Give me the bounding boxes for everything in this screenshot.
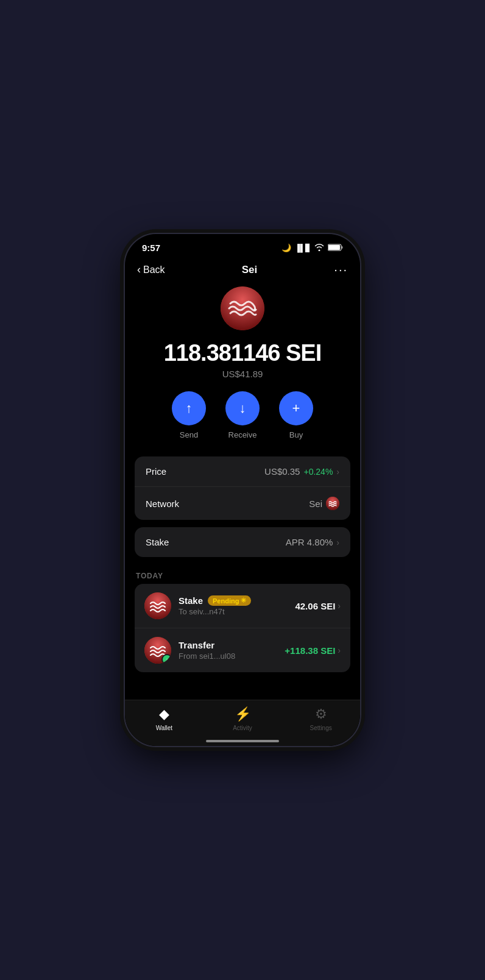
network-value-group: Sei: [309, 497, 339, 510]
nav-label-settings: Settings: [310, 725, 332, 731]
tx-amount-stake: 42.06 SEI ›: [295, 601, 341, 611]
network-icon: [326, 497, 339, 510]
stake-card: Stake APR 4.80% ›: [135, 527, 350, 557]
network-label: Network: [146, 499, 179, 509]
tx-icon-stake: [144, 592, 171, 619]
receive-label: Receive: [228, 430, 257, 439]
moon-icon: 🌙: [281, 243, 291, 252]
send-label: Send: [180, 430, 198, 439]
price-label: Price: [146, 466, 166, 477]
svg-point-4: [326, 497, 339, 510]
tx-title-transfer: Transfer: [179, 640, 285, 650]
tx-subtitle-stake: To seiv...n47t: [179, 607, 295, 616]
buy-button[interactable]: + Buy: [279, 391, 313, 439]
network-row[interactable]: Network Sei: [135, 487, 350, 520]
transaction-row[interactable]: ↓ Transfer From sei1...ul08 +118.38 SEI …: [135, 628, 350, 672]
balance-amount: 118.381146 SEI: [125, 340, 360, 366]
activity-icon: ⚡: [235, 706, 251, 722]
page-title: Sei: [242, 264, 258, 276]
token-logo-container: [125, 286, 360, 330]
tx-icon-transfer: ↓: [144, 637, 171, 664]
svg-point-5: [144, 592, 171, 619]
svg-rect-1: [328, 245, 340, 250]
transactions-card: Stake Pending ✳ To seiv...n47t 42.06 SEI…: [135, 584, 350, 672]
network-value: Sei: [309, 499, 322, 509]
send-circle: ↑: [172, 391, 206, 425]
settings-icon: ⚙: [315, 706, 327, 722]
stake-value-group: APR 4.80% ›: [286, 537, 339, 547]
send-button[interactable]: ↑ Send: [172, 391, 206, 439]
phone-screen: 9:57 🌙 ▐▌▊: [125, 234, 360, 746]
dynamic-island: [206, 241, 279, 262]
stake-row[interactable]: Stake APR 4.80% ›: [135, 527, 350, 557]
tx-title-stake: Stake Pending ✳: [179, 595, 295, 606]
stake-apr: APR 4.80%: [286, 537, 333, 547]
tx-subtitle-transfer: From sei1...ul08: [179, 652, 285, 661]
token-logo: [221, 286, 264, 330]
wifi-icon: [314, 243, 324, 253]
tx-details-stake: Stake Pending ✳ To seiv...n47t: [179, 595, 295, 616]
more-button[interactable]: ···: [334, 263, 348, 277]
back-button[interactable]: ‹ Back: [137, 263, 165, 276]
tx-amount-value-stake: 42.06 SEI: [295, 601, 335, 611]
bottom-nav: ◆ Wallet ⚡ Activity ⚙ Settings: [125, 700, 360, 746]
receive-button[interactable]: ↓ Receive: [225, 391, 260, 439]
status-bar: 9:57 🌙 ▐▌▊: [125, 234, 360, 258]
stake-label: Stake: [146, 537, 169, 547]
phone-frame: 9:57 🌙 ▐▌▊: [124, 233, 361, 747]
price-value-group: US$0.35 +0.24% ›: [264, 466, 339, 477]
receive-circle: ↓: [225, 391, 260, 425]
wallet-icon: ◆: [159, 706, 169, 722]
receive-badge-icon: ↓: [161, 654, 171, 664]
action-buttons: ↑ Send ↓ Receive + Buy: [125, 391, 360, 439]
tx-amount-transfer: +118.38 SEI ›: [285, 645, 341, 656]
tx-amount-value-transfer: +118.38 SEI: [285, 645, 335, 656]
signal-icon: ▐▌▊: [295, 244, 311, 252]
price-change: +0.24%: [303, 467, 333, 477]
status-time: 9:57: [142, 243, 160, 253]
nav-item-activity[interactable]: ⚡ Activity: [204, 706, 282, 731]
buy-label: Buy: [289, 430, 303, 439]
info-card: Price US$0.35 +0.24% › Network Sei: [135, 456, 350, 520]
back-chevron-icon: ‹: [137, 263, 141, 276]
price-chevron-icon: ›: [336, 467, 339, 477]
price-row[interactable]: Price US$0.35 +0.24% ›: [135, 456, 350, 487]
transaction-row[interactable]: Stake Pending ✳ To seiv...n47t 42.06 SEI…: [135, 584, 350, 628]
back-label: Back: [143, 265, 165, 275]
home-indicator: [206, 740, 279, 742]
buy-circle: +: [279, 391, 313, 425]
nav-label-activity: Activity: [233, 725, 252, 731]
today-section-header: TODAY: [125, 564, 360, 584]
price-value: US$0.35: [264, 466, 300, 477]
tx-details-transfer: Transfer From sei1...ul08: [179, 640, 285, 661]
nav-label-wallet: Wallet: [156, 725, 172, 731]
battery-icon: [328, 244, 343, 252]
pending-badge: Pending ✳: [208, 595, 251, 606]
balance-container: 118.381146 SEI US$41.89: [125, 340, 360, 379]
svg-rect-2: [342, 246, 343, 249]
balance-usd: US$41.89: [125, 369, 360, 379]
nav-item-wallet[interactable]: ◆ Wallet: [125, 706, 204, 731]
nav-item-settings[interactable]: ⚙ Settings: [281, 706, 360, 731]
nav-header: ‹ Back Sei ···: [125, 258, 360, 286]
status-icons: 🌙 ▐▌▊: [281, 243, 343, 253]
tx-chevron-stake-icon: ›: [338, 601, 341, 611]
stake-chevron-icon: ›: [336, 538, 339, 547]
tx-chevron-transfer-icon: ›: [338, 645, 341, 655]
